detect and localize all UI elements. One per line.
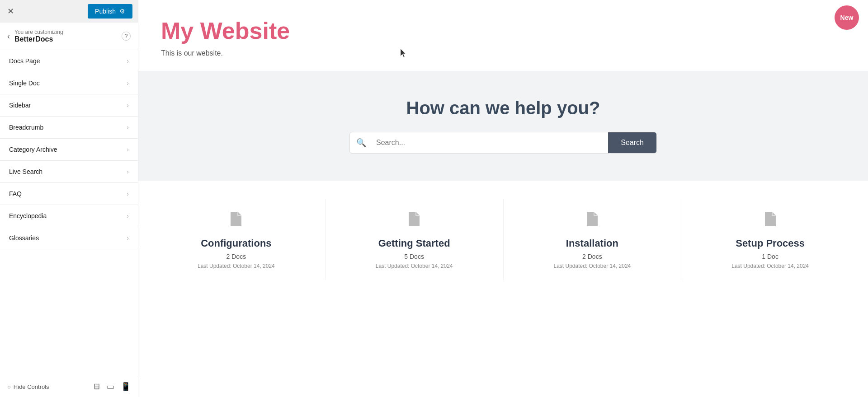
- sidebar-item-live-search[interactable]: Live Search ›: [0, 161, 138, 183]
- nav-item-label: Category Archive: [9, 146, 57, 153]
- hide-controls-label: Hide Controls: [14, 383, 49, 390]
- site-title: My Website: [161, 18, 845, 44]
- nav-item-label: Glossaries: [9, 234, 39, 242]
- doc-card-title: Getting Started: [335, 238, 494, 249]
- sidebar-item-category-archive[interactable]: Category Archive ›: [0, 139, 138, 161]
- doc-card-count: 2 Docs: [156, 253, 316, 260]
- search-input[interactable]: [373, 132, 608, 153]
- svg-rect-2: [232, 223, 239, 224]
- svg-rect-5: [410, 223, 417, 224]
- cards-section: Configurations 2 Docs Last Updated: Octo…: [138, 181, 868, 298]
- svg-rect-7: [589, 220, 594, 221]
- sidebar-item-faq[interactable]: FAQ ›: [0, 183, 138, 205]
- help-icon[interactable]: ?: [122, 32, 131, 41]
- sidebar-footer: ○ Hide Controls 🖥 ▭ 📱: [0, 376, 138, 397]
- svg-rect-3: [410, 218, 418, 219]
- site-subtitle: This is our website.: [161, 49, 845, 57]
- doc-card-getting-started[interactable]: Getting Started 5 Docs Last Updated: Oct…: [326, 199, 504, 280]
- doc-card-count: 2 Docs: [513, 253, 672, 260]
- svg-rect-4: [410, 220, 416, 221]
- sidebar: ✕ Publish ⚙ ‹ You are customizing Better…: [0, 0, 138, 397]
- svg-rect-1: [232, 220, 238, 221]
- nav-item-label: FAQ: [9, 190, 22, 197]
- svg-rect-8: [589, 223, 595, 224]
- sidebar-item-encyclopedia[interactable]: Encyclopedia ›: [0, 205, 138, 227]
- doc-card-count: 5 Docs: [335, 253, 494, 260]
- chevron-right-icon: ›: [127, 168, 129, 175]
- sidebar-item-glossaries[interactable]: Glossaries ›: [0, 227, 138, 249]
- tablet-icon[interactable]: ▭: [107, 382, 114, 392]
- desktop-icon[interactable]: 🖥: [92, 382, 100, 392]
- customizing-label: You are customizing: [14, 29, 117, 35]
- nav-item-label: Encyclopedia: [9, 212, 47, 220]
- nav-item-label: Docs Page: [9, 57, 40, 65]
- doc-card-icon: [581, 208, 604, 230]
- new-badge[interactable]: New: [835, 5, 859, 30]
- search-section: How can we help you? 🔍 Search: [138, 71, 868, 181]
- sidebar-item-docs-page[interactable]: Docs Page ›: [0, 50, 138, 72]
- circle-icon: ○: [7, 383, 11, 390]
- publish-button[interactable]: Publish ⚙: [88, 4, 132, 19]
- nav-item-label: Sidebar: [9, 102, 31, 109]
- doc-card-icon: [225, 208, 247, 230]
- search-bar: 🔍 Search: [349, 132, 657, 154]
- sidebar-item-single-doc[interactable]: Single Doc ›: [0, 72, 138, 94]
- svg-rect-0: [232, 218, 240, 219]
- svg-rect-6: [589, 218, 596, 219]
- svg-rect-11: [767, 223, 773, 224]
- doc-card-installation[interactable]: Installation 2 Docs Last Updated: Octobe…: [504, 199, 682, 280]
- search-button[interactable]: Search: [608, 132, 656, 153]
- publish-label: Publish: [95, 8, 116, 15]
- doc-card-icon: [759, 208, 782, 230]
- chevron-right-icon: ›: [127, 57, 129, 65]
- chevron-right-icon: ›: [127, 124, 129, 131]
- sidebar-topbar: ✕ Publish ⚙: [0, 0, 138, 23]
- chevron-right-icon: ›: [127, 79, 129, 87]
- doc-card-updated: Last Updated: October 14, 2024: [335, 263, 494, 269]
- nav-item-label: Breadcrumb: [9, 124, 43, 131]
- chevron-right-icon: ›: [127, 234, 129, 242]
- hide-controls-button[interactable]: ○ Hide Controls: [7, 383, 49, 390]
- sidebar-nav: Docs Page › Single Doc › Sidebar › Bread…: [0, 50, 138, 376]
- sidebar-header-text: You are customizing BetterDocs: [14, 29, 117, 43]
- doc-card-updated: Last Updated: October 14, 2024: [156, 263, 316, 269]
- doc-card-title: Setup Process: [690, 238, 850, 249]
- doc-card-title: Installation: [513, 238, 672, 249]
- chevron-right-icon: ›: [127, 102, 129, 109]
- doc-card-count: 1 Doc: [690, 253, 850, 260]
- doc-card-setup-process[interactable]: Setup Process 1 Doc Last Updated: Octobe…: [681, 199, 859, 280]
- search-heading: How can we help you?: [156, 98, 850, 118]
- device-icons: 🖥 ▭ 📱: [92, 382, 131, 392]
- doc-card-updated: Last Updated: October 14, 2024: [690, 263, 850, 269]
- doc-card-configurations[interactable]: Configurations 2 Docs Last Updated: Octo…: [147, 199, 326, 280]
- mobile-icon[interactable]: 📱: [121, 382, 131, 392]
- site-name: BetterDocs: [14, 35, 117, 43]
- sidebar-header: ‹ You are customizing BetterDocs ?: [0, 23, 138, 50]
- back-icon[interactable]: ‹: [7, 32, 10, 41]
- hero-section: My Website This is our website.: [138, 0, 868, 71]
- doc-card-title: Configurations: [156, 238, 316, 249]
- chevron-right-icon: ›: [127, 212, 129, 220]
- svg-rect-10: [767, 220, 772, 221]
- svg-rect-9: [767, 218, 774, 219]
- chevron-right-icon: ›: [127, 190, 129, 197]
- gear-icon: ⚙: [119, 8, 125, 15]
- search-icon: 🔍: [350, 138, 373, 148]
- chevron-right-icon: ›: [127, 146, 129, 153]
- nav-item-label: Live Search: [9, 168, 42, 175]
- nav-item-label: Single Doc: [9, 79, 40, 87]
- doc-card-updated: Last Updated: October 14, 2024: [513, 263, 672, 269]
- sidebar-item-sidebar[interactable]: Sidebar ›: [0, 94, 138, 117]
- main-content: My Website This is our website. How can …: [138, 0, 868, 397]
- doc-card-icon: [403, 208, 425, 230]
- close-icon[interactable]: ✕: [5, 5, 16, 18]
- sidebar-item-breadcrumb[interactable]: Breadcrumb ›: [0, 117, 138, 139]
